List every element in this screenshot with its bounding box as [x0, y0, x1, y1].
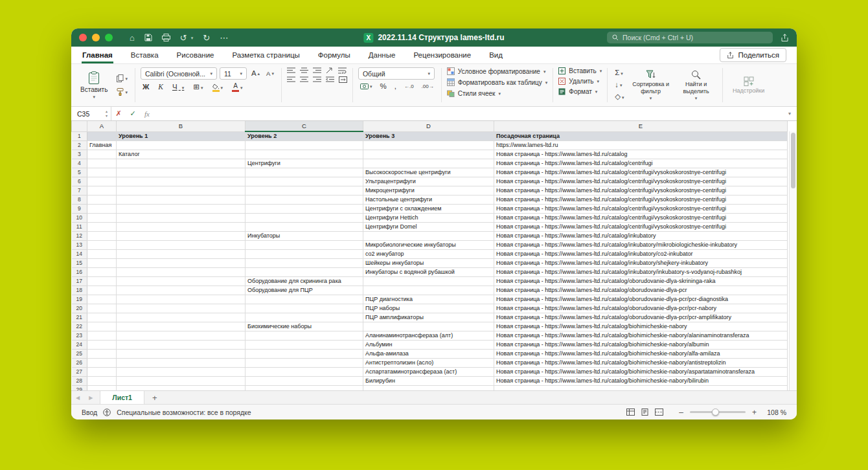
ribbon-tab-Главная[interactable]: Главная: [82, 47, 113, 63]
cell-B21[interactable]: [117, 313, 246, 322]
redo-icon[interactable]: ↻: [203, 34, 210, 42]
cell-B17[interactable]: [117, 276, 246, 285]
cell-A10[interactable]: [87, 213, 117, 222]
cell-B16[interactable]: [117, 267, 246, 276]
cell-E12[interactable]: Новая страница - https://www.lames-ltd.r…: [494, 231, 788, 240]
cell-A14[interactable]: [87, 249, 117, 258]
search-input[interactable]: Поиск (Cmd + Ctrl + U): [607, 32, 773, 43]
row-header-2[interactable]: 2: [72, 140, 87, 150]
column-header-C[interactable]: C: [246, 121, 363, 131]
insert-cells-button[interactable]: Вставить ▾: [558, 67, 602, 74]
cell-E23[interactable]: Новая страница - https://www.lames-ltd.r…: [494, 331, 788, 340]
cell-E15[interactable]: Новая страница - https://www.lames-ltd.r…: [494, 258, 788, 267]
cell-B5[interactable]: [117, 168, 246, 177]
cell-C8[interactable]: [246, 195, 363, 204]
row-header-5[interactable]: 5: [72, 168, 87, 177]
conditional-formatting-button[interactable]: Условное форматирование ▾: [447, 67, 548, 75]
cell-A5[interactable]: [87, 168, 117, 177]
font-color-button[interactable]: А ▾: [230, 82, 245, 93]
percent-style-button[interactable]: %: [378, 82, 388, 91]
formula-input[interactable]: [154, 107, 782, 120]
close-window-button[interactable]: [79, 34, 87, 41]
row-header-26[interactable]: 26: [72, 358, 87, 367]
cell-C20[interactable]: [246, 304, 363, 313]
row-header-6[interactable]: 6: [72, 177, 87, 186]
cell-A8[interactable]: [87, 195, 117, 204]
cell-E3[interactable]: Новая страница - https://www.lames-ltd.r…: [494, 150, 788, 159]
cell-A28[interactable]: [87, 376, 117, 385]
ribbon-tab-Рисование[interactable]: Рисование: [176, 47, 215, 63]
align-right-icon[interactable]: [313, 76, 321, 83]
cell-D10[interactable]: Центрифуги Hettich: [363, 213, 494, 222]
cell-E5[interactable]: Новая страница - https://www.lames-ltd.r…: [494, 168, 788, 177]
zoom-slider-thumb[interactable]: [712, 408, 719, 416]
cell-D26[interactable]: Антистрептолизин (асло): [363, 358, 494, 367]
decrease-indent-icon[interactable]: [326, 76, 334, 83]
cell-D27[interactable]: Аспартатаминотрансфераза (аст): [363, 367, 494, 376]
cell-D13[interactable]: Микробиологические инкубаторы: [363, 240, 494, 249]
cell-C10[interactable]: [246, 213, 363, 222]
cell-B19[interactable]: [117, 295, 246, 304]
fill-color-button[interactable]: ▾: [211, 83, 225, 93]
wrap-text-icon[interactable]: [338, 67, 347, 74]
name-box-stepper[interactable]: ▴ ▾: [106, 109, 108, 118]
cell-A19[interactable]: [87, 295, 117, 304]
cell-E16[interactable]: Новая страница - https://www.lames-ltd.r…: [494, 267, 788, 276]
cell-C4[interactable]: Центрифуги: [246, 159, 363, 168]
underline-button[interactable]: Ч ▾: [170, 83, 186, 92]
confirm-entry-button[interactable]: ✓: [126, 109, 140, 118]
cell-C23[interactable]: [246, 331, 363, 340]
cell-B13[interactable]: [117, 240, 246, 249]
accounting-format-button[interactable]: ▾: [358, 83, 374, 90]
ribbon-tab-Вставка[interactable]: Вставка: [130, 47, 159, 63]
cell-A25[interactable]: [87, 349, 117, 358]
ribbon-tab-Вид[interactable]: Вид: [488, 47, 503, 63]
cell-B12[interactable]: [117, 231, 246, 240]
cell-D9[interactable]: Центрифуги с охлаждением: [363, 204, 494, 213]
cancel-entry-button[interactable]: ✗: [111, 109, 126, 118]
cell-B10[interactable]: [117, 213, 246, 222]
cell-E24[interactable]: Новая страница - https://www.lames-ltd.r…: [494, 340, 788, 349]
save-icon[interactable]: [144, 34, 152, 41]
cell-C13[interactable]: [246, 240, 363, 249]
cell-D16[interactable]: Инкубаторы с водяной рубашкой: [363, 267, 494, 276]
cell-D20[interactable]: ПЦР наборы: [363, 304, 494, 313]
find-select-button[interactable]: Найти и выделить ▾: [676, 70, 717, 100]
copy-button[interactable]: ▾: [115, 74, 130, 83]
cell-B26[interactable]: [117, 358, 246, 367]
cell-E25[interactable]: Новая страница - https://www.lames-ltd.r…: [494, 349, 788, 358]
row-header-7[interactable]: 7: [72, 186, 87, 195]
formula-bar-expand-icon[interactable]: ▾: [782, 111, 797, 117]
zoom-window-button[interactable]: [105, 34, 113, 41]
cell-B28[interactable]: [117, 376, 246, 385]
cell-A7[interactable]: [87, 186, 117, 195]
row-header-23[interactable]: 23: [72, 331, 87, 340]
cell-E6[interactable]: Новая страница - https://www.lames-ltd.r…: [494, 177, 788, 186]
cell-D15[interactable]: Шейкеры инкубаторы: [363, 258, 494, 267]
italic-button[interactable]: К: [156, 83, 165, 92]
cell-B22[interactable]: [117, 322, 246, 331]
row-header-27[interactable]: 27: [72, 367, 87, 376]
cell-B15[interactable]: [117, 258, 246, 267]
cell-D24[interactable]: Альбумин: [363, 340, 494, 349]
cell-E21[interactable]: Новая страница - https://www.lames-ltd.r…: [494, 313, 788, 322]
cell-C7[interactable]: [246, 186, 363, 195]
sheet-tab-list1[interactable]: Лист1: [100, 391, 144, 404]
cell-E2[interactable]: https://www.lames-ltd.ru: [494, 140, 788, 150]
insert-function-button[interactable]: fx: [140, 110, 154, 118]
cell-C2[interactable]: [246, 140, 363, 150]
cell-A23[interactable]: [87, 331, 117, 340]
cell-C29[interactable]: [246, 385, 363, 390]
row-header-11[interactable]: 11: [72, 222, 87, 231]
cell-A22[interactable]: [87, 322, 117, 331]
sort-filter-button[interactable]: Сортировка и фильтр ▾: [630, 70, 672, 100]
cell-D1[interactable]: Уровень 3: [363, 131, 494, 140]
cell-E14[interactable]: Новая страница - https://www.lames-ltd.r…: [494, 249, 788, 258]
cell-A11[interactable]: [87, 222, 117, 231]
vertical-align-bottom-icon[interactable]: [313, 67, 321, 74]
vertical-align-middle-icon[interactable]: [300, 67, 308, 74]
name-box[interactable]: C35 ▴ ▾: [71, 107, 111, 120]
cell-D22[interactable]: [363, 322, 494, 331]
cell-C16[interactable]: [246, 267, 363, 276]
cell-C14[interactable]: [246, 249, 363, 258]
